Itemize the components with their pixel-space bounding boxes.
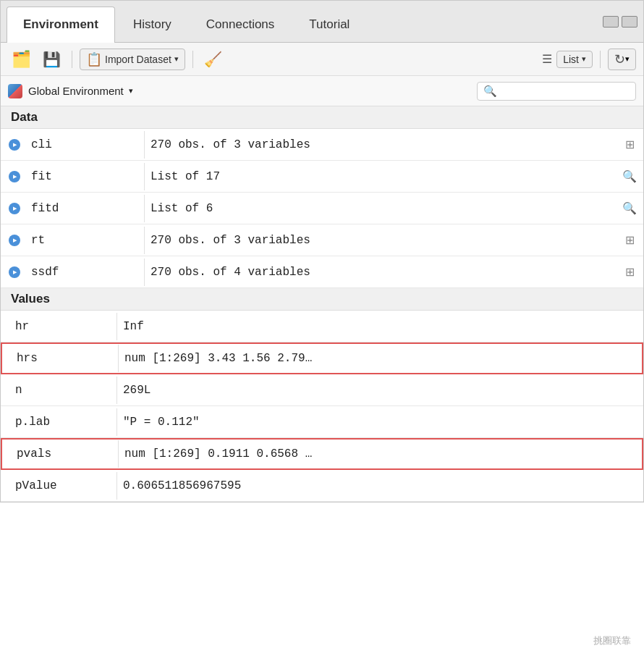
table-row: fitd List of 6 🔍 <box>1 193 643 224</box>
env-chevron-icon: ▾ <box>129 86 133 96</box>
blue-circle-fitd <box>9 203 20 214</box>
row-value-fitd: List of 6 <box>144 195 616 222</box>
broom-icon: 🧹 <box>204 51 222 68</box>
watermark: 挑圈联靠 <box>593 634 631 647</box>
tab-environment[interactable]: Environment <box>7 7 115 43</box>
blue-circle-rt <box>9 235 20 246</box>
table-view-icon-3[interactable]: ⊞ <box>625 233 635 247</box>
table-row: ssdf 270 obs. of 4 variables ⊞ <box>1 256 643 288</box>
import-label: Import Dataset <box>105 54 171 65</box>
val-value-hr: Inf <box>116 313 643 340</box>
val-name-pvalue: pValue <box>1 472 116 500</box>
row-action-cli[interactable]: ⊞ <box>616 138 643 151</box>
row-action-fitd[interactable]: 🔍 <box>616 201 643 215</box>
tab-bar-right <box>603 1 637 42</box>
search-view-icon-2[interactable]: 🔍 <box>622 201 637 215</box>
tab-connections[interactable]: Connections <box>190 7 292 42</box>
table-row: fit List of 17 🔍 <box>1 161 643 193</box>
env-select-button[interactable]: Global Environment ▾ <box>28 85 133 97</box>
row-name-ssdf: ssdf <box>28 258 144 286</box>
env-bar: Global Environment ▾ 🔍 <box>1 76 643 106</box>
list-item: pValue 0.606511856967595 <box>1 470 643 502</box>
environment-panel: Environment History Connections Tutorial… <box>0 0 644 502</box>
row-arrow-cli <box>1 139 28 151</box>
row-value-fit: List of 17 <box>144 163 616 190</box>
search-input[interactable] <box>501 85 630 97</box>
row-name-fitd: fitd <box>28 195 144 222</box>
row-arrow-rt <box>1 235 28 246</box>
table-view-icon-4[interactable]: ⊞ <box>625 265 635 279</box>
list-item: n 269L <box>1 374 643 406</box>
row-arrow-ssdf <box>1 266 28 278</box>
val-value-pvalue: 0.606511856967595 <box>116 472 643 500</box>
row-value-ssdf: 270 obs. of 4 variables <box>144 258 616 286</box>
val-name-hr: hr <box>1 313 116 340</box>
list-item: pvals num [1:269] 0.1911 0.6568 … <box>1 438 643 470</box>
row-action-ssdf[interactable]: ⊞ <box>616 265 643 279</box>
tab-bar: Environment History Connections Tutorial <box>1 1 643 43</box>
list-item: p.lab "P = 0.112" <box>1 406 643 438</box>
val-name-n: n <box>1 377 116 404</box>
save-icon: 💾 <box>43 51 61 68</box>
broom-button[interactable]: 🧹 <box>200 49 226 70</box>
tab-tutorial[interactable]: Tutorial <box>292 7 366 42</box>
search-view-icon[interactable]: 🔍 <box>622 169 637 183</box>
blue-circle-cli <box>9 139 20 151</box>
val-value-pvals: num [1:269] 0.1911 0.6568 … <box>118 440 642 468</box>
values-section-header: Values <box>1 288 643 311</box>
row-value-cli: 270 obs. of 3 variables <box>144 131 616 159</box>
tab-history[interactable]: History <box>116 7 188 42</box>
open-folder-icon: 🗂️ <box>12 50 31 69</box>
maximize-button[interactable] <box>622 16 637 28</box>
save-button[interactable]: 💾 <box>39 49 64 70</box>
row-arrow-fitd <box>1 203 28 214</box>
table-row: cli 270 obs. of 3 variables ⊞ <box>1 129 643 161</box>
row-action-rt[interactable]: ⊞ <box>616 233 643 247</box>
refresh-icon: ↻ <box>614 51 625 67</box>
list-dropdown-icon: ▾ <box>582 54 586 64</box>
val-value-plab: "P = 0.112" <box>116 408 643 436</box>
row-value-rt: 270 obs. of 3 variables <box>144 227 616 254</box>
row-action-fit[interactable]: 🔍 <box>616 169 643 183</box>
search-icon: 🔍 <box>483 85 497 98</box>
search-box: 🔍 <box>477 82 636 101</box>
blue-circle-fit <box>9 171 20 182</box>
import-icon: 📋 <box>86 51 102 67</box>
list-item: hr Inf <box>1 311 643 342</box>
env-icon <box>8 84 22 98</box>
list-label: List <box>563 54 579 65</box>
val-name-plab: p.lab <box>1 408 116 436</box>
val-value-n: 269L <box>116 377 643 404</box>
import-dataset-button[interactable]: 📋 Import Dataset ▾ <box>80 49 185 70</box>
blue-circle-ssdf <box>9 266 20 278</box>
row-name-rt: rt <box>28 227 144 254</box>
list-button[interactable]: List ▾ <box>556 51 593 68</box>
row-name-fit: fit <box>28 163 144 190</box>
toolbar: 🗂️ 💾 📋 Import Dataset ▾ 🧹 ☰ List ▾ ↻ ▾ <box>1 43 643 76</box>
refresh-dropdown-icon: ▾ <box>625 54 630 64</box>
val-value-hrs: num [1:269] 3.43 1.56 2.79… <box>118 345 642 372</box>
minimize-button[interactable] <box>603 16 619 28</box>
table-row: rt 270 obs. of 3 variables ⊞ <box>1 224 643 256</box>
open-folder-button[interactable]: 🗂️ <box>8 48 35 71</box>
toolbar-separator-2 <box>192 51 193 68</box>
env-label: Global Environment <box>28 85 124 97</box>
list-item: hrs num [1:269] 3.43 1.56 2.79… <box>1 342 643 374</box>
toolbar-separator-1 <box>72 51 72 68</box>
refresh-button[interactable]: ↻ ▾ <box>608 49 636 70</box>
import-dropdown-icon: ▾ <box>174 54 179 64</box>
data-section-header: Data <box>1 106 643 129</box>
hamburger-icon: ☰ <box>542 52 552 66</box>
val-name-pvals: pvals <box>2 440 118 468</box>
row-name-cli: cli <box>28 131 144 159</box>
row-arrow-fit <box>1 171 28 182</box>
table-view-icon[interactable]: ⊞ <box>625 138 635 151</box>
tab-spacer <box>368 1 601 42</box>
toolbar-separator-3 <box>600 51 601 68</box>
val-name-hrs: hrs <box>2 345 118 372</box>
